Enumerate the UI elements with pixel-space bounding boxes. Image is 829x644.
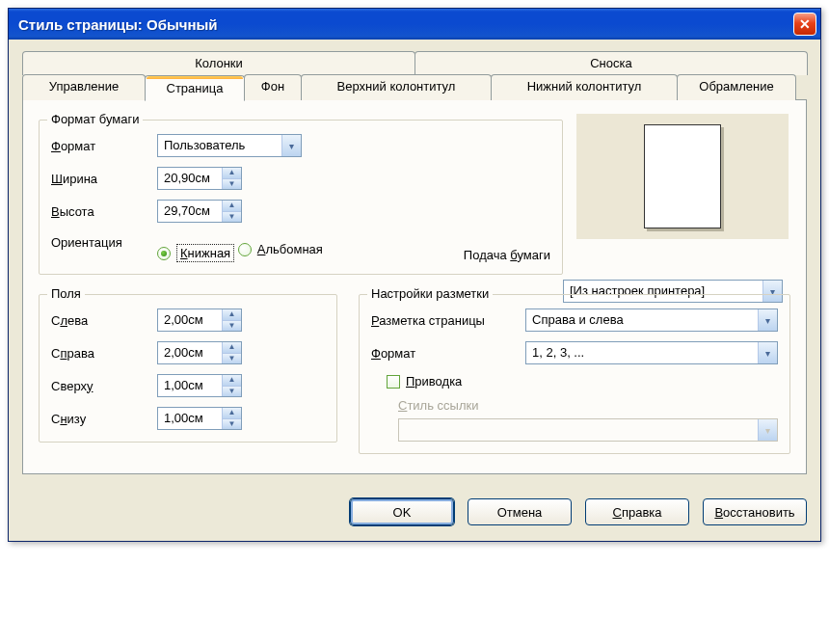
label-orientation: Ориентация	[51, 232, 157, 250]
label-height: Высота	[51, 204, 157, 219]
radio-landscape-label: Альбомная	[257, 242, 323, 256]
close-button[interactable]: ✕	[793, 13, 816, 36]
label-margin-right: Справа	[51, 346, 157, 361]
spin-width-value: 20,90см	[158, 168, 222, 189]
legend-paper-format: Формат бумаги	[47, 112, 143, 126]
tab-container: Колонки Сноска Управление Страница Фон В…	[22, 51, 807, 100]
label-margin-bottom: Снизу	[51, 412, 157, 426]
dialog-window: Стиль страницы: Обычный ✕ Колонки Сноска…	[8, 8, 821, 542]
preview-page-icon	[644, 124, 721, 228]
check-register-label: Приводка	[406, 374, 462, 389]
check-register-true[interactable]: Приводка	[387, 374, 462, 389]
group-layout-settings: Настройки разметки Разметка страницы Спр…	[359, 294, 790, 454]
spin-margin-bottom[interactable]: 1,00см ▲▼	[157, 407, 242, 430]
label-page-layout: Разметка страницы	[371, 313, 525, 328]
radio-landscape[interactable]: Альбомная	[238, 242, 323, 256]
page-preview	[576, 114, 789, 239]
label-width: Ширина	[51, 172, 157, 186]
content-area: Колонки Сноска Управление Страница Фон В…	[9, 40, 820, 487]
spin-height-value: 29,70см	[158, 201, 222, 222]
dialog-footer: OK Отмена Справка Восстановить	[9, 487, 820, 541]
label-margin-top: Сверху	[51, 379, 157, 393]
window-title: Стиль страницы: Обычный	[18, 16, 793, 33]
group-paper-format: Формат бумаги Формат Пользователь ▾ Шири…	[39, 120, 563, 275]
chevron-up-icon[interactable]: ▲	[223, 342, 241, 354]
chevron-down-icon[interactable]: ▼	[223, 354, 241, 364]
spinner-arrows: ▲▼	[222, 201, 241, 222]
radio-portrait[interactable]: Книжная	[157, 244, 234, 262]
tab-background[interactable]: Фон	[244, 74, 302, 100]
chevron-down-icon[interactable]: ▼	[223, 419, 241, 430]
titlebar: Стиль страницы: Обычный ✕	[9, 9, 820, 40]
chevron-up-icon[interactable]: ▲	[223, 408, 241, 419]
chevron-down-icon: ▾	[758, 342, 777, 363]
chevron-down-icon: ▾	[281, 135, 301, 156]
combo-page-layout[interactable]: Справа и слева ▾	[525, 309, 778, 332]
chevron-down-icon[interactable]: ▼	[223, 387, 241, 397]
combo-paper-format[interactable]: Пользователь ▾	[157, 134, 302, 157]
tab-footer[interactable]: Нижний колонтитул	[491, 74, 678, 100]
chevron-down-icon[interactable]: ▼	[223, 212, 241, 223]
tab-page[interactable]: Страница	[145, 75, 245, 101]
radio-dot-icon	[157, 247, 171, 260]
spin-height[interactable]: 29,70см ▲▼	[157, 200, 242, 223]
combo-reference-style: ▾	[398, 418, 778, 442]
tab-panel-page: Формат бумаги Формат Пользователь ▾ Шири…	[22, 99, 807, 474]
legend-layout-settings: Настройки разметки	[367, 286, 493, 301]
spin-width[interactable]: 20,90см ▲▼	[157, 167, 242, 190]
label-format: Формат	[51, 139, 157, 153]
spin-margin-right[interactable]: 2,00см ▲▼	[157, 341, 242, 364]
chevron-up-icon[interactable]: ▲	[223, 309, 241, 321]
chevron-up-icon[interactable]: ▲	[223, 375, 241, 387]
spin-margin-top[interactable]: 1,00см ▲▼	[157, 374, 242, 397]
combo-number-format[interactable]: 1, 2, 3, ... ▾	[525, 341, 778, 364]
chevron-up-icon[interactable]: ▲	[223, 168, 241, 179]
checkbox-icon	[387, 375, 400, 389]
chevron-up-icon[interactable]: ▲	[223, 201, 241, 212]
tab-footnote[interactable]: Сноска	[414, 51, 808, 75]
cancel-button[interactable]: Отмена	[468, 498, 572, 525]
chevron-down-icon: ▾	[758, 419, 777, 441]
tab-row-top: Колонки Сноска	[22, 51, 807, 75]
label-paper-feed: Подача бумаги	[464, 248, 550, 262]
radio-dot-icon	[238, 243, 252, 256]
ok-button[interactable]: OK	[350, 498, 454, 525]
tab-organizer[interactable]: Управление	[22, 74, 146, 100]
legend-margins: Поля	[47, 286, 85, 301]
chevron-down-icon[interactable]: ▼	[223, 321, 241, 332]
reset-button[interactable]: Восстановить	[703, 498, 807, 525]
chevron-down-icon: ▾	[758, 309, 777, 331]
label-number-format: Формат	[371, 346, 525, 361]
label-reference-style: Стиль ссылки	[398, 398, 478, 413]
orientation-options: Книжная Альбомная	[157, 232, 323, 262]
label-margin-left: Слева	[51, 313, 157, 328]
combo-paper-format-value: Пользователь	[158, 135, 281, 156]
radio-portrait-label: Книжная	[176, 244, 234, 262]
chevron-down-icon[interactable]: ▼	[223, 179, 241, 190]
tab-header[interactable]: Верхний колонтитул	[301, 74, 492, 100]
tab-borders[interactable]: Обрамление	[677, 74, 796, 100]
group-margins: Поля Слева 2,00см ▲▼ Справа 2,00см	[39, 294, 337, 443]
tab-columns[interactable]: Колонки	[22, 51, 415, 75]
tab-row-bottom: Управление Страница Фон Верхний колонтит…	[22, 74, 807, 100]
spin-margin-left[interactable]: 2,00см ▲▼	[157, 309, 242, 332]
help-button[interactable]: Справка	[585, 498, 689, 525]
close-icon: ✕	[799, 16, 811, 32]
spinner-arrows: ▲▼	[222, 168, 241, 189]
